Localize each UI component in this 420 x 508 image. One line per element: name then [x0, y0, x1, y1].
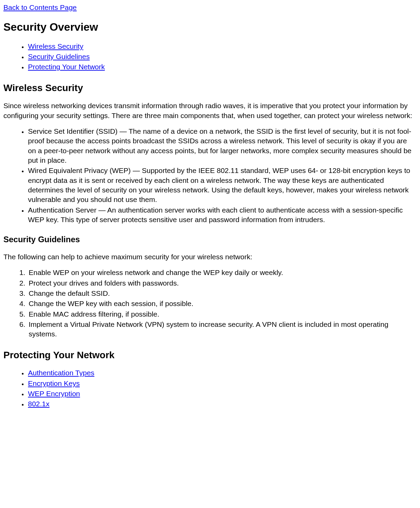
toc-link-wireless-security[interactable]: Wireless Security	[28, 42, 83, 50]
security-guidelines-heading: Security Guidelines	[3, 234, 417, 245]
page-title: Security Overview	[3, 20, 417, 34]
guideline-item: Enable WEP on your wireless network and …	[27, 268, 417, 277]
back-to-contents-link[interactable]: Back to Contents Page	[3, 3, 77, 12]
toc-item: Wireless Security	[27, 42, 417, 51]
protecting-toc-item: WEP Encryption	[27, 389, 417, 398]
guidelines-list: Enable WEP on your wireless network and …	[3, 268, 417, 339]
wireless-security-heading: Wireless Security	[3, 82, 417, 95]
protecting-toc-item: Encryption Keys	[27, 379, 417, 388]
guideline-item: Protect your drives and folders with pas…	[27, 278, 417, 288]
toc-item: Security Guidelines	[27, 52, 417, 61]
guidelines-intro-paragraph: The following can help to achieve maximu…	[3, 252, 417, 262]
guideline-item: Implement a Virtual Private Network (VPN…	[27, 320, 417, 339]
guideline-item: Enable MAC address filtering, if possibl…	[27, 309, 417, 319]
toc-link-security-guidelines[interactable]: Security Guidelines	[28, 53, 90, 60]
toc-item: Protecting Your Network	[27, 62, 417, 72]
protecting-link-auth-types[interactable]: Authentication Types	[28, 369, 95, 377]
protecting-toc-item: 802.1x	[27, 399, 417, 409]
wireless-component-auth-server: Authentication Server — An authenticatio…	[27, 205, 417, 225]
protecting-link-8021x[interactable]: 802.1x	[28, 400, 49, 408]
wireless-component-wep: Wired Equivalent Privacy (WEP) — Support…	[27, 166, 417, 204]
protecting-network-heading: Protecting Your Network	[3, 349, 417, 362]
toc-link-protecting-network[interactable]: Protecting Your Network	[28, 63, 105, 71]
guideline-item: Change the WEP key with each session, if…	[27, 299, 417, 308]
protecting-link-wep-encryption[interactable]: WEP Encryption	[28, 390, 80, 397]
protecting-link-encryption-keys[interactable]: Encryption Keys	[28, 379, 80, 387]
toc-list: Wireless Security Security Guidelines Pr…	[3, 42, 417, 72]
wireless-intro-paragraph: Since wireless networking devices transm…	[3, 101, 417, 120]
protecting-toc-item: Authentication Types	[27, 368, 417, 378]
wireless-components-list: Service Set Identifier (SSID) — The name…	[3, 127, 417, 224]
wireless-component-ssid: Service Set Identifier (SSID) — The name…	[27, 127, 417, 165]
guideline-item: Change the default SSID.	[27, 289, 417, 298]
protecting-toc-list: Authentication Types Encryption Keys WEP…	[3, 368, 417, 409]
